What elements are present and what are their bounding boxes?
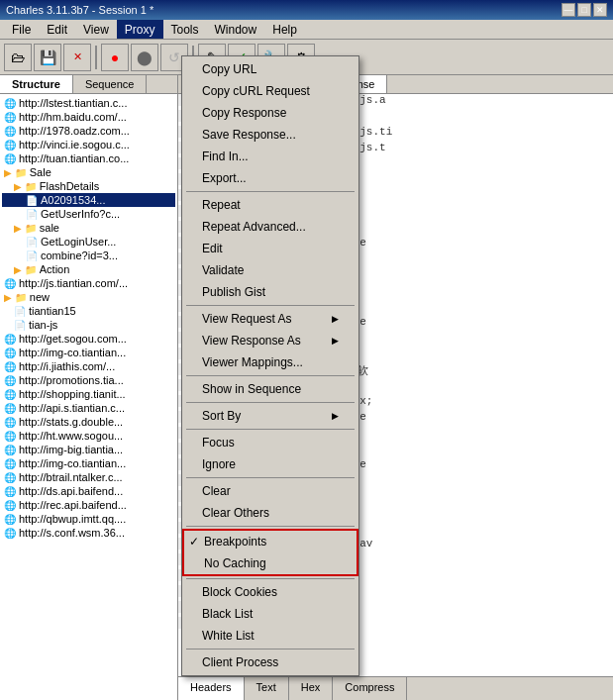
tree-item[interactable]: 🌐http://qbwup.imtt.qq.... <box>2 512 175 526</box>
menu-item-clear-others[interactable]: Clear Others <box>182 502 358 524</box>
tree-label: http://rec.api.baifend... <box>19 499 127 511</box>
tree-item[interactable]: 📄GetLoginUser... <box>2 235 175 249</box>
menu-item-clear[interactable]: Clear <box>182 480 358 502</box>
tree-item[interactable]: ▶ 📁Sale <box>2 165 175 179</box>
menu-tools[interactable]: Tools <box>163 20 207 39</box>
throttle-button[interactable]: ⬤ <box>131 44 158 71</box>
save-button[interactable]: 💾 <box>34 44 61 71</box>
menu-item-publish-gist[interactable]: Publish Gist <box>182 281 358 303</box>
menu-item-breakpoints[interactable]: Breakpoints <box>184 531 357 552</box>
tree-item[interactable]: 📄GetUserInfo?c... <box>2 207 175 221</box>
menu-item-no-caching[interactable]: No Caching <box>184 552 357 574</box>
tree-label: http://hm.baidu.com/... <box>19 111 127 123</box>
menu-separator <box>186 477 355 478</box>
tree-item[interactable]: 🌐http://ds.api.baifend... <box>2 484 175 498</box>
tab-sequence[interactable]: Sequence <box>73 75 148 93</box>
tree-item[interactable]: 📄combine?id=3... <box>2 249 175 262</box>
menu-item-view-response-as[interactable]: View Response As <box>182 330 358 351</box>
tab-compress[interactable]: Compress <box>333 677 407 700</box>
tree-item[interactable]: 🌐http://api.s.tiantian.c... <box>2 401 175 415</box>
tree-item[interactable]: 🌐http://ht.www.sogou... <box>2 429 175 443</box>
tree-label: http://btrail.ntalker.c... <box>19 471 123 483</box>
tree-item[interactable]: 🌐http://js.tiantian.com/... <box>2 276 175 290</box>
globe-icon: 🌐 <box>4 126 16 137</box>
menu-item-save-response[interactable]: Save Response... <box>182 124 358 146</box>
tree-item[interactable]: 🌐http://btrail.ntalker.c... <box>2 470 175 484</box>
menu-label-copy-curl: Copy cURL Request <box>202 84 310 98</box>
tree-item[interactable]: 🌐http://stats.g.double... <box>2 415 175 429</box>
menu-item-export[interactable]: Export... <box>182 167 358 189</box>
tree-item[interactable]: 🌐http://get.sogou.com... <box>2 332 175 346</box>
tree-item[interactable]: 🌐http://vinci.ie.sogou.c... <box>2 138 175 151</box>
menu-item-copy-response[interactable]: Copy Response <box>182 102 358 124</box>
menu-edit[interactable]: Edit <box>39 20 75 39</box>
menu-item-sort-by[interactable]: Sort By <box>182 405 358 427</box>
maximize-button[interactable]: □ <box>577 3 591 17</box>
menu-label-client-process: Client Process <box>202 655 278 669</box>
tree-item[interactable]: 📄tian-js <box>2 318 175 332</box>
menu-window[interactable]: Window <box>207 20 265 39</box>
tree-item[interactable]: 🌐http://lstest.tiantian.c... <box>2 96 175 110</box>
tab-text[interactable]: Text <box>245 677 289 700</box>
globe-icon: 🌐 <box>4 417 16 428</box>
open-button[interactable]: 🗁 <box>4 44 32 71</box>
tree-item[interactable]: ▶ 📁Action <box>2 262 175 276</box>
tree-item[interactable]: 🌐http://tuan.tiantian.co... <box>2 151 175 165</box>
menu-item-find-in[interactable]: Find In... <box>182 146 358 167</box>
tree-item[interactable]: 🌐http://promotions.tia... <box>2 373 175 387</box>
close-session-button[interactable]: ✕ <box>63 44 91 71</box>
menu-item-edit[interactable]: Edit <box>182 238 358 259</box>
tree-item[interactable]: 🌐http://img-big.tiantia... <box>2 443 175 456</box>
tree-label: combine?id=3... <box>41 250 118 261</box>
menu-item-copy-url[interactable]: Copy URL <box>182 58 358 80</box>
tree-label: http://js.tiantian.com/... <box>19 277 128 289</box>
menu-separator <box>186 375 355 376</box>
tree-item[interactable]: 📄A02091534... <box>2 193 175 207</box>
menu-help[interactable]: Help <box>264 20 305 39</box>
menu-item-repeat[interactable]: Repeat <box>182 194 358 216</box>
menu-item-validate[interactable]: Validate <box>182 259 358 281</box>
tree-area[interactable]: 🌐http://lstest.tiantian.c...🌐http://hm.b… <box>0 94 177 700</box>
tree-item[interactable]: 🌐http://shopping.tianit... <box>2 387 175 401</box>
tree-item[interactable]: 🌐http://hm.baidu.com/... <box>2 110 175 124</box>
menu-file[interactable]: File <box>4 20 39 39</box>
menu-item-ignore[interactable]: Ignore <box>182 453 358 475</box>
window-controls[interactable]: — □ ✕ <box>562 3 607 17</box>
menu-item-white-list[interactable]: White List <box>182 625 358 647</box>
context-menu[interactable]: Copy URLCopy cURL RequestCopy ResponseSa… <box>181 55 359 676</box>
menu-item-view-request-as[interactable]: View Request As <box>182 308 358 330</box>
tree-item[interactable]: 🌐http://i.jiathis.com/... <box>2 359 175 373</box>
menu-label-sort-by: Sort By <box>202 409 241 423</box>
menu-proxy[interactable]: Proxy <box>117 20 163 39</box>
menu-label-view-request-as: View Request As <box>202 312 292 326</box>
menu-item-viewer-mappings[interactable]: Viewer Mappings... <box>182 351 358 373</box>
menu-label-copy-response: Copy Response <box>202 106 286 120</box>
tree-item[interactable]: 🌐http://1978.oadz.com... <box>2 124 175 138</box>
tree-item[interactable]: ▶ 📁sale <box>2 221 175 235</box>
record-button[interactable]: ● <box>101 44 129 71</box>
menu-item-block-cookies[interactable]: Block Cookies <box>182 581 358 603</box>
menu-item-focus[interactable]: Focus <box>182 432 358 453</box>
menu-view[interactable]: View <box>75 20 117 39</box>
menu-item-copy-curl[interactable]: Copy cURL Request <box>182 80 358 102</box>
menu-item-black-list[interactable]: Black List <box>182 603 358 625</box>
tree-item[interactable]: ▶ 📁new <box>2 290 175 304</box>
tab-hex[interactable]: Hex <box>289 677 334 700</box>
menu-separator <box>186 526 355 527</box>
tree-item[interactable]: ▶ 📁FlashDetails <box>2 179 175 193</box>
menu-item-client-process[interactable]: Client Process <box>182 651 358 673</box>
tree-item[interactable]: 🌐http://rec.api.baifend... <box>2 498 175 512</box>
tree-item[interactable]: 📄tiantian15 <box>2 304 175 318</box>
tree-label: http://api.s.tiantian.c... <box>19 402 125 414</box>
close-button[interactable]: ✕ <box>593 3 607 17</box>
globe-icon: 🌐 <box>4 348 16 358</box>
menu-item-repeat-advanced[interactable]: Repeat Advanced... <box>182 216 358 238</box>
minimize-button[interactable]: — <box>562 3 575 17</box>
tree-item[interactable]: 🌐http://img-co.tiantian... <box>2 456 175 470</box>
tree-label: tiantian15 <box>29 305 76 317</box>
tab-structure[interactable]: Structure <box>0 75 73 93</box>
tab-headers[interactable]: Headers <box>178 677 245 700</box>
tree-item[interactable]: 🌐http://s.conf.wsm.36... <box>2 526 175 540</box>
tree-item[interactable]: 🌐http://img-co.tiantian... <box>2 346 175 359</box>
menu-item-show-in-sequence[interactable]: Show in Sequence <box>182 378 358 400</box>
